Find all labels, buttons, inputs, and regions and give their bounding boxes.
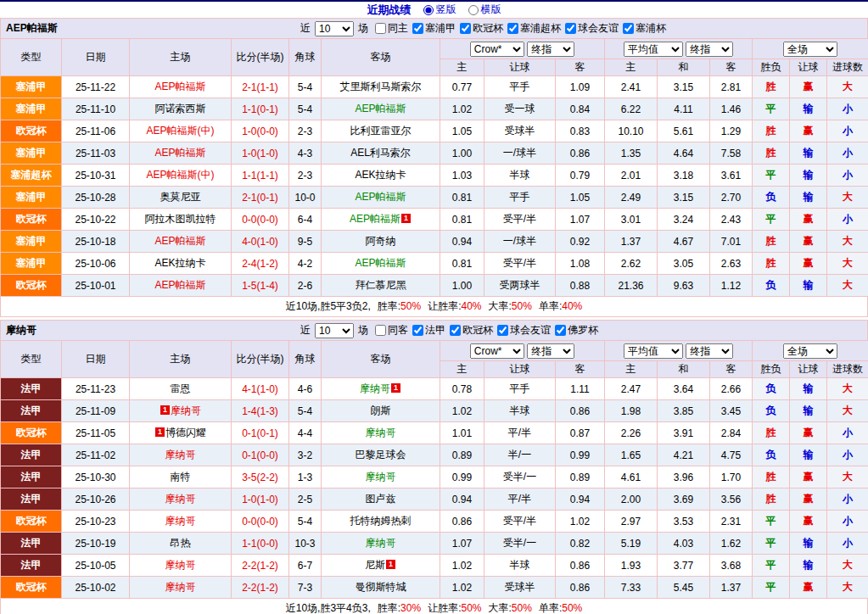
summary-stat: 大率:50% (489, 300, 532, 312)
league-filter[interactable]: 法甲 (412, 323, 445, 338)
bookmaker-select[interactable]: Crow* (470, 42, 524, 57)
crown-odds: 0.92 (556, 231, 605, 253)
crown-odds: 1.02 (440, 400, 484, 422)
result-cell: 输 (790, 142, 827, 165)
league-checkbox[interactable] (565, 23, 576, 34)
average-odds: 4.64 (658, 142, 710, 165)
home-team-cell: 雷恩 (130, 378, 232, 400)
home-team-cell: AEP帕福斯 (130, 142, 232, 165)
result-cell: 输 (790, 533, 827, 555)
league-filter[interactable]: 球会友谊 (497, 323, 551, 338)
average-select[interactable]: 平均值 (624, 42, 683, 57)
league-checkbox[interactable] (460, 23, 471, 34)
away-team-cell: AEP帕福斯1 (322, 209, 440, 231)
crown-odds: 0.83 (556, 120, 605, 142)
same-venue-checkbox[interactable] (375, 325, 386, 336)
view-mode-radio[interactable] (423, 5, 434, 15)
match-count-select[interactable]: 10 (315, 21, 354, 36)
average-final-odds-select[interactable]: 终指 (686, 42, 733, 57)
red-card-badge: 1 (386, 560, 395, 569)
final-odds-select[interactable]: 终指 (527, 42, 574, 57)
view-mode-vertical[interactable]: 竖版 (423, 3, 456, 17)
result-cell: 输 (790, 400, 827, 422)
league-filter[interactable]: 欧冠杯 (460, 21, 503, 36)
crown-odds: 0.86 (556, 555, 605, 577)
summary-stat-value: 50% (512, 300, 532, 312)
average-odds: 3.68 (710, 555, 753, 577)
league-type-badge: 塞浦甲 (1, 142, 62, 165)
away-team-name: AEP帕福斯 (355, 191, 406, 203)
home-team-cell: 摩纳哥 (130, 577, 232, 599)
same-venue-checkbox[interactable] (375, 23, 386, 34)
view-mode-horizontal[interactable]: 横版 (468, 3, 501, 17)
match-score: 1-1(0-1) (232, 98, 289, 120)
away-team-name: AEP帕福斯 (355, 257, 406, 269)
home-team-name: 阿拉木图凯拉特 (145, 213, 216, 225)
league-filter[interactable]: 塞浦超杯 (507, 21, 561, 36)
corner-score: 10-3 (289, 533, 322, 555)
near-label: 近 (300, 21, 311, 36)
league-checkbox[interactable] (497, 325, 508, 336)
league-checkbox[interactable] (555, 325, 566, 336)
result-cell: 小 (827, 533, 868, 555)
fulltime-select[interactable]: 全场 (783, 42, 837, 57)
match-count-select[interactable]: 10 (315, 323, 354, 338)
league-filter[interactable]: 球会友谊 (565, 21, 619, 36)
average-odds: 1.62 (710, 533, 753, 555)
result-cell: 胜 (753, 253, 790, 275)
view-mode-label: 横版 (481, 3, 501, 17)
subcol-avg-away: 客 (710, 59, 753, 76)
average-final-odds-select[interactable]: 终指 (686, 343, 733, 359)
fulltime-select[interactable]: 全场 (783, 343, 837, 359)
average-select[interactable]: 平均值 (624, 343, 683, 359)
final-odds-select[interactable]: 终指 (527, 343, 574, 359)
match-row: 欧冠杯25-10-01AEP帕福斯1-5(1-4)2-6拜仁慕尼黑1.00受两球… (1, 275, 868, 297)
average-odds: 1.98 (605, 400, 658, 422)
average-odds: 2.66 (710, 378, 753, 400)
same-venue-filter[interactable]: 同客 (375, 323, 408, 338)
home-team-name: 博德闪耀 (165, 427, 206, 438)
summary-stat-label: 胜率: (378, 300, 400, 312)
league-checkbox[interactable] (507, 23, 518, 34)
league-filter[interactable]: 塞浦甲 (412, 21, 456, 36)
result-cell: 小 (827, 511, 868, 533)
match-date: 25-11-03 (62, 142, 130, 165)
match-rows: 法甲25-11-23雷恩4-1(1-0)4-6摩纳哥10.78平手1.112.4… (1, 378, 868, 599)
corner-score: 5-4 (289, 76, 322, 98)
crown-odds: 1.01 (440, 422, 484, 444)
average-odds: 2.97 (605, 511, 658, 533)
match-date: 25-11-23 (62, 378, 130, 400)
corner-score: 10-0 (289, 187, 322, 209)
league-checkbox[interactable] (623, 23, 634, 34)
league-filter[interactable]: 塞浦杯 (623, 21, 666, 36)
col-header-away: 客场 (322, 341, 440, 378)
view-mode-radio[interactable] (468, 5, 479, 15)
result-cell: 赢 (790, 120, 827, 142)
home-team-name: AEP帕福斯 (154, 235, 205, 247)
subcol-crown-home: 主 (440, 59, 484, 76)
crown-odds: 受一球 (484, 98, 556, 120)
match-row: 欧冠杯25-10-02摩纳哥2-2(1-2)7-3曼彻斯特城1.02受球半0.8… (1, 577, 868, 599)
league-checkbox[interactable] (450, 325, 461, 336)
crown-odds: 0.81 (440, 253, 484, 275)
average-odds: 4.75 (710, 444, 753, 466)
summary-stat: 让胜率:50% (428, 602, 481, 614)
filters: 近 10 场 同主 塞浦甲欧冠杯塞浦超杯球会友谊塞浦杯 (298, 21, 666, 36)
away-team-cell: 朗斯 (322, 400, 440, 422)
league-filter[interactable]: 佛罗杯 (555, 323, 598, 338)
match-score: 0-0(0-0) (232, 511, 289, 533)
league-checkbox[interactable] (412, 325, 423, 336)
away-team-name: 尼斯 (365, 559, 385, 571)
result-cell: 平 (753, 165, 790, 187)
result-cell: 赢 (790, 488, 827, 511)
result-cell: 大 (827, 378, 868, 400)
bookmaker-select[interactable]: Crow* (470, 343, 524, 359)
result-cell: 赢 (790, 577, 827, 599)
league-type-badge: 欧冠杯 (1, 422, 62, 444)
crown-odds: 半球 (484, 400, 556, 422)
league-filter[interactable]: 欧冠杯 (450, 323, 493, 338)
league-checkbox[interactable] (412, 23, 423, 34)
col-header-score: 比分(半场) (232, 341, 289, 378)
corner-score: 5-4 (289, 400, 322, 422)
same-venue-filter[interactable]: 同主 (375, 21, 408, 36)
